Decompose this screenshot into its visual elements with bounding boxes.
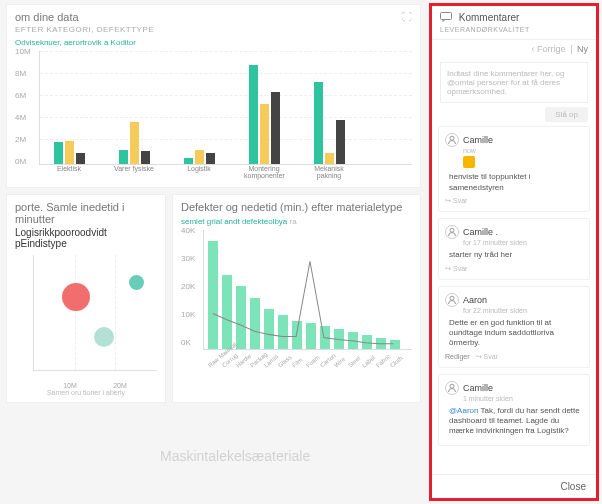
prev-thread-link[interactable]: ‹ Forrige	[532, 44, 566, 54]
comment-body: Dette er en god funktion til at oundtage…	[449, 318, 583, 349]
reply-icon[interactable]: ↩	[476, 353, 482, 361]
comments-nav: ‹ Forrige | Ny	[432, 40, 596, 58]
avatar-icon	[445, 381, 459, 395]
reply-link[interactable]: Svar	[484, 353, 498, 360]
svg-rect-0	[441, 13, 452, 20]
comments-context: LEVERANDØRKVALITET	[440, 26, 588, 33]
comment-user: Aaron	[463, 295, 487, 305]
comment-icon	[440, 12, 452, 24]
comment-user: Camille	[463, 135, 493, 145]
svg-point-4	[450, 384, 454, 388]
chart-bar-line: 40K 30K 20K 10K 0K	[181, 230, 412, 370]
dashboard: ⛶ om dine data EFTER KATEGORI, DEFEKTTYP…	[0, 0, 427, 504]
reply-icon[interactable]: ↩	[445, 197, 451, 205]
comments-title: Kommentarer	[459, 12, 520, 23]
comment-time: for 22 minutter siden	[463, 307, 583, 314]
svg-point-1	[450, 137, 454, 141]
new-thread-link[interactable]: Ny	[577, 44, 588, 54]
tile-downtime-bubble[interactable]: porte. Samle inedetid i minutter Logisri…	[6, 194, 166, 403]
mention[interactable]: @Aaron	[449, 406, 478, 415]
tile-title: om dine data	[15, 11, 412, 23]
comment-time: 1 minutter siden	[463, 395, 583, 402]
comment-time: now	[463, 147, 583, 154]
tile-title: porte. Samle inedetid i minutter	[15, 201, 157, 225]
comment-time: for 17 minutter siden	[463, 239, 583, 246]
post-comment-button[interactable]: Slå op	[545, 107, 588, 122]
tile-defects-by-material[interactable]: Defekter og nedetid (min.) efter materia…	[172, 194, 421, 403]
close-button[interactable]: Close	[560, 481, 586, 492]
comment-item[interactable]: Camille now henviste til toppunktet i sa…	[438, 126, 590, 212]
chart-legend: Odviseknuer, aerortrovik a Koditor	[15, 38, 412, 47]
highlight-badge-icon	[463, 156, 475, 168]
reply-link[interactable]: Svar	[453, 197, 467, 204]
watermark: Maskintalekelsæateriale	[160, 448, 310, 464]
comment-input[interactable]: Indtast dine kommentarer her, og @omtal …	[440, 62, 588, 103]
svg-point-3	[450, 296, 454, 300]
tile-title: Defekter og nedetid (min.) efter materia…	[181, 201, 412, 213]
comment-item[interactable]: Camille 1 minutter siden @Aaron Tak, for…	[438, 374, 590, 446]
chart-legend: Logisrikkpooroodvidt pEindistype	[15, 227, 157, 249]
comment-body: @Aaron Tak, fordi du har sendt dette das…	[449, 406, 583, 437]
maximize-icon[interactable]: ⛶	[402, 11, 412, 22]
tile-defects-by-category[interactable]: ⛶ om dine data EFTER KATEGORI, DEFEKTTYP…	[6, 4, 421, 188]
comment-item[interactable]: Camille . for 17 minutter siden starter …	[438, 218, 590, 279]
chart-bubble: 10M 20M	[15, 249, 157, 389]
svg-point-2	[450, 228, 454, 232]
reply-icon[interactable]: ↩	[445, 265, 451, 273]
edit-link[interactable]: Rediger	[445, 353, 470, 360]
comment-user: Camille	[463, 383, 493, 393]
avatar-icon	[445, 293, 459, 307]
comment-user: Camille .	[463, 227, 498, 237]
chart-grouped-bar: 10M 8M 6M 4M 2M 0M	[15, 51, 412, 181]
comment-body: starter ny tråd her	[449, 250, 583, 260]
comment-item[interactable]: Aaron for 22 minutter siden Dette er en …	[438, 286, 590, 368]
comments-list: Camille now henviste til toppunktet i sa…	[432, 126, 596, 474]
comment-body: henviste til toppunktet i samenedstyren	[449, 172, 583, 193]
comments-header: Kommentarer LEVERANDØRKVALITET	[432, 6, 596, 40]
avatar-icon	[445, 225, 459, 239]
chart-legend: semlet grial andt defekteolbya ra	[181, 217, 412, 226]
comments-pane: Kommentarer LEVERANDØRKVALITET ‹ Forrige…	[429, 3, 599, 501]
avatar-icon	[445, 133, 459, 147]
nav-separator: |	[570, 44, 572, 54]
tile-subtitle: EFTER KATEGORI, DEFEKTTYPE	[15, 25, 412, 34]
reply-link[interactable]: Svar	[453, 265, 467, 272]
